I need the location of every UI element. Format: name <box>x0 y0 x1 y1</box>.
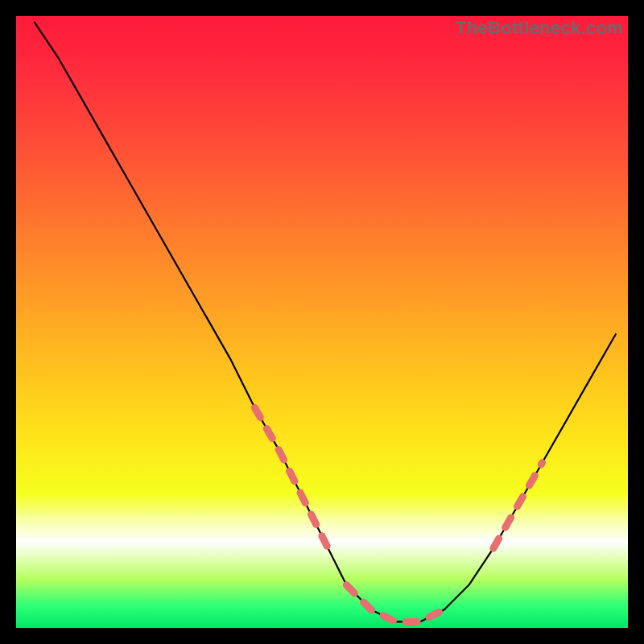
chart-frame: TheBottleneck.com <box>16 16 628 628</box>
watermark-text: TheBottleneck.com <box>456 18 623 39</box>
chart-svg <box>16 16 628 628</box>
